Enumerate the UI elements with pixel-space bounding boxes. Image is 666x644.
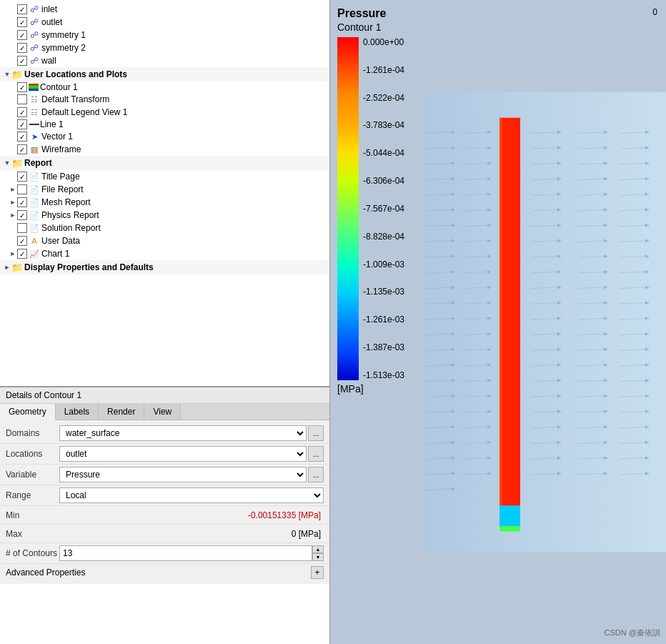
checkbox-file-report[interactable]	[17, 184, 27, 194]
watermark: CSDN @秦依訓	[605, 628, 660, 638]
checkbox-physics-report[interactable]	[17, 210, 27, 220]
checkbox-wireframe[interactable]	[17, 144, 27, 154]
value-max-text: 0 [MPa]	[59, 529, 324, 539]
contours-input[interactable]	[59, 545, 312, 561]
tab-view[interactable]: View	[144, 404, 181, 420]
tree-item-physics-report[interactable]: ► 📄 Physics Report	[0, 209, 329, 222]
right-panel: Pressure Contour 1	[330, 0, 666, 644]
details-row-contours: # of Contours ▲ ▼	[0, 543, 329, 564]
checkbox-outlet[interactable]	[17, 17, 27, 27]
group-report[interactable]: ▼ 📁 Report	[0, 156, 329, 170]
tree-item-inlet[interactable]: ☍ inlet	[0, 3, 329, 16]
tree-item-wall[interactable]: ☍ wall	[0, 54, 329, 67]
expand-arrow-file-report[interactable]: ►	[9, 185, 17, 194]
zero-label: 0	[652, 7, 657, 17]
select-range[interactable]: Local	[59, 487, 324, 503]
tree-label-wireframe: Wireframe	[41, 144, 81, 154]
expand-arrow-user-locations[interactable]: ▼	[3, 70, 11, 79]
dots-btn-locations[interactable]: ...	[308, 446, 324, 462]
tree-label-mesh-report: Mesh Report	[41, 197, 91, 207]
tree-item-symmetry1[interactable]: ☍ symmetry 1	[0, 29, 329, 41]
advanced-expand-button[interactable]: +	[311, 566, 324, 579]
checkbox-inlet[interactable]	[17, 4, 27, 14]
tree-item-wireframe[interactable]: ▤ Wireframe	[0, 143, 329, 156]
contours-input-row: ▲ ▼	[59, 545, 324, 561]
tree-item-line1[interactable]: Line 1	[0, 119, 329, 130]
mesh-icon-sym2: ☍	[29, 42, 40, 54]
value-contours: ▲ ▼	[59, 545, 324, 561]
select-locations[interactable]: outlet	[59, 446, 307, 462]
contour-icon	[29, 84, 39, 91]
spin-up[interactable]: ▲	[312, 545, 324, 553]
details-row-max: Max 0 [MPa]	[0, 525, 329, 543]
details-header: Details of Contour 1	[0, 387, 329, 404]
folder-icon-display: 📁	[11, 262, 23, 273]
tree-item-outlet[interactable]: ☍ outlet	[0, 16, 329, 29]
tree-item-default-transform[interactable]: ☷ Default Transform	[0, 93, 329, 106]
checkbox-solution-report[interactable]	[17, 223, 27, 233]
checkbox-contour1[interactable]	[17, 82, 27, 92]
value-min-text: -0.00151335 [MPa]	[59, 510, 324, 520]
label-variable: Variable	[6, 470, 59, 480]
details-header-text: Details of	[6, 390, 44, 400]
checkbox-title-page[interactable]	[17, 172, 27, 182]
tree-item-symmetry2[interactable]: ☍ symmetry 2	[0, 41, 329, 54]
checkbox-user-data[interactable]	[17, 236, 27, 246]
colorbar-label-5: -6.306e-04	[363, 176, 404, 186]
tree-item-chart1[interactable]: ► 📈 Chart 1	[0, 247, 329, 260]
checkbox-default-transform[interactable]	[17, 94, 27, 104]
tree-item-contour1[interactable]: Contour 1	[0, 81, 329, 93]
colorbar-label-8: -1.009e-03	[363, 259, 404, 269]
mesh-icon-inlet: ☍	[29, 4, 40, 15]
tree-item-title-page[interactable]: 📄 Title Page	[0, 170, 329, 183]
group-user-locations[interactable]: ▼ 📁 User Locations and Plots	[0, 67, 329, 81]
label-domains: Domains	[6, 428, 59, 438]
userdata-icon: A	[29, 235, 40, 247]
colorbar-svg	[337, 37, 359, 380]
tree-label-outlet: outlet	[41, 17, 62, 27]
tab-labels[interactable]: Labels	[56, 404, 99, 420]
details-row-variable: Variable Pressure ...	[0, 465, 329, 485]
select-variable[interactable]: Pressure	[59, 467, 307, 482]
tree-label-default-legend: Default Legend View 1	[41, 107, 128, 117]
checkbox-wall[interactable]	[17, 56, 27, 66]
expand-arrow-mesh-report[interactable]: ►	[9, 198, 17, 207]
tree-item-mesh-report[interactable]: ► 📄 Mesh Report	[0, 196, 329, 209]
tree-label-chart1: Chart 1	[41, 249, 69, 259]
tree-item-file-report[interactable]: ► 📄 File Report	[0, 183, 329, 196]
details-row-domains: Domains water_surface ...	[0, 423, 329, 444]
group-display-properties[interactable]: ► 📁 Display Properties and Defaults	[0, 260, 329, 274]
tree-item-user-data[interactable]: A User Data	[0, 234, 329, 247]
expand-arrow-chart1[interactable]: ►	[9, 249, 17, 258]
group-label-display: Display Properties and Defaults	[24, 262, 154, 272]
checkbox-line1[interactable]	[17, 119, 27, 129]
folder-icon-user-locations: 📁	[11, 69, 23, 80]
expand-arrow-physics-report[interactable]: ►	[9, 211, 17, 219]
details-tabs: Geometry Labels Render View	[0, 404, 329, 420]
checkbox-mesh-report[interactable]	[17, 197, 27, 207]
tree-item-vector1[interactable]: ➤ Vector 1	[0, 130, 329, 143]
checkbox-vector1[interactable]	[17, 132, 27, 142]
tree-item-solution-report[interactable]: 📄 Solution Report	[0, 222, 329, 234]
checkbox-symmetry2[interactable]	[17, 43, 27, 53]
tab-geometry[interactable]: Geometry	[0, 404, 56, 420]
chart-icon: 📈	[29, 248, 40, 259]
checkbox-chart1[interactable]	[17, 249, 27, 259]
tree-item-default-legend[interactable]: ☷ Default Legend View 1	[0, 106, 329, 119]
value-locations: outlet ...	[59, 446, 324, 462]
tree-label-title-page: Title Page	[41, 172, 80, 182]
expand-arrow-report[interactable]: ▼	[3, 159, 11, 167]
tree-label-vector1: Vector 1	[41, 132, 73, 142]
checkbox-default-legend[interactable]	[17, 107, 27, 117]
expand-arrow-display[interactable]: ►	[3, 263, 11, 272]
dots-btn-variable[interactable]: ...	[308, 467, 324, 482]
spin-buttons: ▲ ▼	[312, 545, 324, 561]
colorbar-subtitle: Contour 1	[337, 21, 404, 33]
label-min: Min	[6, 510, 59, 520]
checkbox-symmetry1[interactable]	[17, 30, 27, 40]
tree-label-line1: Line 1	[40, 119, 64, 129]
tab-render[interactable]: Render	[99, 404, 144, 420]
dots-btn-domains[interactable]: ...	[308, 425, 324, 441]
select-domains[interactable]: water_surface	[59, 425, 307, 441]
spin-down[interactable]: ▼	[312, 553, 324, 561]
